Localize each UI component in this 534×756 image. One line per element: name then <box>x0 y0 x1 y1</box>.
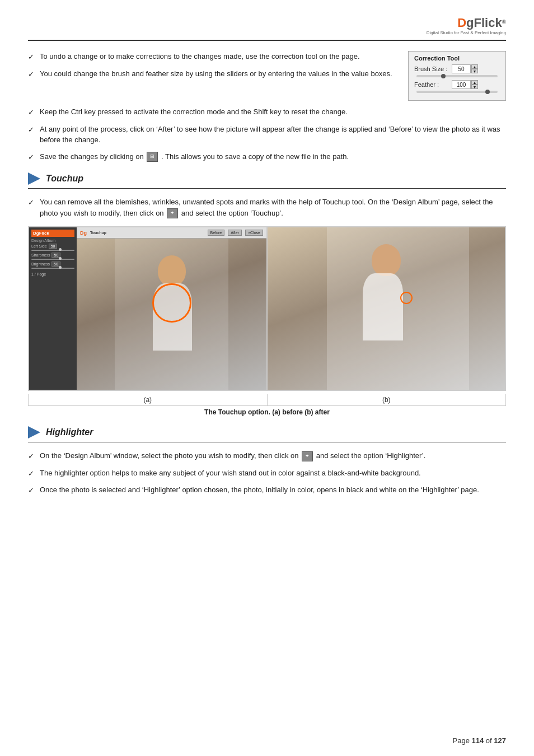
hl-bullet-text-3: Once the photo is selected and ‘Highligh… <box>40 484 506 496</box>
ct-feather-slider-track[interactable] <box>416 91 498 93</box>
bullet-text-4: At any point of the process, click on ‘A… <box>40 124 506 146</box>
ts-sidebar-album-label: Design Album <box>31 239 74 242</box>
ct-feather-spinners: ▲ ▼ <box>471 80 478 89</box>
touchup-screenshot-a: DgFlick Design Album Left Side 50 Sharpn… <box>29 227 266 390</box>
touchup-title: Touchup <box>46 174 83 184</box>
ct-brush-slider-track[interactable] <box>416 75 498 77</box>
bullet-text-3: Keep the Ctrl key pressed to activate th… <box>40 106 506 118</box>
figure-label-row: (a) (b) <box>28 394 506 406</box>
ct-title: Correction Tool <box>414 55 500 62</box>
bullets-list-2: ✓ Keep the Ctrl key pressed to activate … <box>28 106 506 162</box>
touchup-icon-inline: ✦ <box>167 208 178 218</box>
hl-post: and select the option ‘Highlighter’. <box>316 451 426 460</box>
ct-feather-label: Feather : <box>414 81 451 88</box>
bullet-text-2: You could change the brush and feather s… <box>40 68 398 80</box>
bullet-text-1: To undo a change or to make corrections … <box>40 51 398 62</box>
ct-feather-up[interactable]: ▲ <box>471 80 478 85</box>
touchup-bullet-text-1: You can remove all the blemishes, wrinkl… <box>40 197 506 218</box>
highlight-circle-a <box>152 283 191 323</box>
ct-brush-label: Brush Size : <box>414 66 451 72</box>
hl-icon-inline: ✦ <box>302 451 313 461</box>
figure-label-b: (b) <box>268 394 506 405</box>
bride-photo-b <box>268 227 505 390</box>
ts-sidebar-row3: Brightness 50 <box>31 262 74 267</box>
bullet-item-5: ✓ Save the changes by clicking on ⊞ . Th… <box>28 151 506 163</box>
touchup-figures-row: DgFlick Design Album Left Side 50 Sharpn… <box>28 226 506 391</box>
ts-toolbar-title: Touchup <box>90 231 106 235</box>
ts-before-btn[interactable]: Before <box>208 230 225 236</box>
ts-slider1 <box>31 250 74 251</box>
figure-label-a: (a) <box>29 394 268 405</box>
ct-feather-row: Feather : 100 ▲ ▼ <box>414 80 500 89</box>
highlighter-section-heading: Highlighter <box>28 426 506 442</box>
bullet-item-2: ✓ You could change the brush and feather… <box>28 68 398 80</box>
correction-tool-box: Correction Tool Brush Size : 50 ▲ ▼ Feat… <box>408 51 506 101</box>
bullet5-post: . This allows you to save a copy of the … <box>161 152 349 161</box>
checkmark-3: ✓ <box>28 107 34 118</box>
checkmark-2: ✓ <box>28 69 34 80</box>
ts-sidebar-header: DgFlick <box>31 230 74 237</box>
highlighter-bullets: ✓ On the ‘Design Album’ window, select t… <box>28 450 506 496</box>
face-b <box>372 244 401 276</box>
touchup-checkmark-1: ✓ <box>28 197 34 208</box>
ts-close-btn[interactable]: ×Close <box>245 230 263 236</box>
hl-bullet-text-2: The highlighter option helps to make any… <box>40 468 506 479</box>
section-arrow-touchup <box>28 172 40 185</box>
logo-text: gFlick <box>466 16 502 30</box>
checkmark-5: ✓ <box>28 152 34 163</box>
ts-main-a: Dg Touchup Before After ×Close <box>77 227 266 390</box>
ts-after-btn[interactable]: After <box>228 230 242 236</box>
touchup-photo-b <box>268 227 505 390</box>
bullet5-pre: Save the changes by clicking on <box>40 152 144 161</box>
ct-brush-spinners: ▲ ▼ <box>471 64 478 73</box>
bullet-item-4: ✓ At any point of the process, click on … <box>28 124 506 146</box>
touchup-bullet-1: ✓ You can remove all the blemishes, wrin… <box>28 197 506 218</box>
logo-d: D <box>457 16 466 30</box>
ct-brush-down[interactable]: ▼ <box>471 69 478 73</box>
ct-feather-value: 100 <box>452 80 471 89</box>
bride-photo-a <box>77 239 266 390</box>
ts-page-label: 1 / Page <box>31 272 74 276</box>
checkmark-4: ✓ <box>28 124 34 136</box>
ct-brush-value: 50 <box>452 64 471 73</box>
ct-feather-slider-row <box>414 91 500 93</box>
checkmark-1: ✓ <box>28 52 34 63</box>
footer-text-mid: of <box>484 736 494 745</box>
logo-reg: ® <box>502 19 506 25</box>
figure-a: DgFlick Design Album Left Side 50 Sharpn… <box>29 227 267 390</box>
highlighter-title: Highlighter <box>46 427 93 437</box>
touchup-section-heading: Touchup <box>28 172 506 189</box>
first-bullet-pair: ✓ To undo a change or to make correction… <box>28 51 506 101</box>
ts-sidebar-row2: Sharpness 50 <box>31 253 74 258</box>
ts-sidebar-row1: Left Side 50 <box>31 244 74 249</box>
total-pages: 127 <box>494 736 506 745</box>
ts-toolbar-a: Dg Touchup Before After ×Close <box>77 227 266 239</box>
screenshot-inner-a: DgFlick Design Album Left Side 50 Sharpn… <box>29 227 266 390</box>
bullet-item-3: ✓ Keep the Ctrl key pressed to activate … <box>28 106 506 118</box>
ts-label3: Brightness <box>31 262 50 266</box>
bullet-text-5: Save the changes by clicking on ⊞ . This… <box>40 151 506 162</box>
highlighter-bullet-3: ✓ Once the photo is selected and ‘Highli… <box>28 484 506 496</box>
hl-bullet-text-1: On the ‘Design Album’ window, select the… <box>40 450 506 461</box>
hl-pre: On the ‘Design Album’ window, select the… <box>40 451 298 460</box>
ct-feather-down[interactable]: ▼ <box>471 85 478 89</box>
ts-logo: Dg <box>80 230 87 236</box>
hl-checkmark-1: ✓ <box>28 451 34 462</box>
face-a <box>158 255 186 286</box>
ts-val1: 50 <box>49 244 58 249</box>
highlighter-bullet-2: ✓ The highlighter option helps to make a… <box>28 468 506 479</box>
ts-slider3 <box>31 268 74 269</box>
logo: DgFlick® Digital Studio for Fast & Perfe… <box>427 16 506 35</box>
ts-label1: Left Side <box>31 244 47 248</box>
ts-photo-area-a <box>77 239 266 390</box>
ct-brush-up[interactable]: ▲ <box>471 64 478 69</box>
dress-b <box>363 273 403 340</box>
bullet-item-1: ✓ To undo a change or to make correction… <box>28 51 398 63</box>
logo-tagline: Digital Studio for Fast & Perfect Imagin… <box>427 30 506 35</box>
bullets-list-1: ✓ To undo a change or to make correction… <box>28 51 398 85</box>
touchup-post: and select the option ‘Touchup’. <box>181 209 283 217</box>
ts-label2: Sharpness <box>31 253 50 257</box>
ct-brush-slider-thumb <box>441 74 446 78</box>
ts-slider2 <box>31 259 74 260</box>
hl-checkmark-2: ✓ <box>28 468 34 479</box>
